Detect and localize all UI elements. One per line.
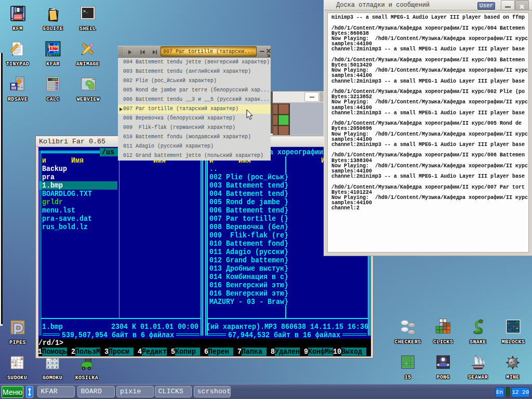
svg-text:1979: 1979 (52, 78, 58, 81)
svg-text:O: O (51, 365, 54, 369)
svg-text:8: 8 (21, 357, 23, 361)
svg-text:X: X (47, 365, 50, 369)
svg-text:>_: >_ (83, 9, 88, 14)
svg-text:2: 2 (15, 363, 17, 367)
svg-text:9: 9 (11, 360, 14, 364)
svg-text:X: X (56, 365, 58, 369)
svg-text:C:\: C:\ (47, 54, 51, 57)
